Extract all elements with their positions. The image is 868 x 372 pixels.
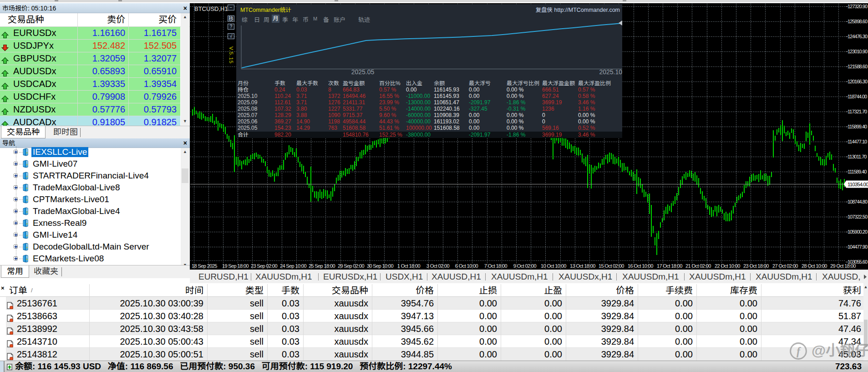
svg-text:7 Oct 18:00: 7 Oct 18:00 — [484, 263, 508, 269]
svg-text:118744.00: 118744.00 — [848, 94, 867, 99]
svg-text:125898.60: 125898.60 — [848, 19, 868, 24]
svg-text:108744.80: 108744.80 — [848, 199, 868, 204]
svg-text:124476.30: 124476.30 — [848, 34, 868, 39]
svg-text:15 Oct 02:00: 15 Oct 02:00 — [599, 263, 624, 269]
svg-text:9 Oct 02:00: 9 Oct 02:00 — [513, 263, 537, 269]
svg-text:110354.00: 110354.00 — [848, 182, 868, 187]
svg-text:117321.70: 117321.70 — [848, 109, 867, 114]
svg-text:120166.30: 120166.30 — [848, 79, 868, 84]
svg-text:13 Oct 18:00: 13 Oct 18:00 — [570, 263, 595, 269]
svg-text:29 Oct 18:00: 29 Oct 18:00 — [830, 263, 856, 269]
svg-text:25 Sep 18:00: 25 Sep 18:00 — [309, 263, 335, 269]
svg-text:123010.90: 123010.90 — [848, 49, 868, 54]
svg-text:107322.50: 107322.50 — [848, 214, 868, 219]
svg-text:21 Oct 02:00: 21 Oct 02:00 — [685, 263, 711, 269]
svg-text:28 Oct 10:00: 28 Oct 10:00 — [802, 263, 827, 269]
svg-text:10 Oct 10:00: 10 Oct 10:00 — [541, 263, 566, 269]
svg-text:24 Sep 10:00: 24 Sep 10:00 — [280, 263, 307, 269]
svg-text:6 Oct 10:00: 6 Oct 10:00 — [455, 263, 478, 269]
svg-text:18 Sep 2025: 18 Sep 2025 — [192, 263, 217, 269]
svg-text:113011.70: 113011.70 — [848, 154, 867, 159]
svg-text:115899.40: 115899.40 — [848, 124, 867, 129]
svg-text:111589.40: 111589.40 — [848, 169, 867, 174]
svg-text:2025.10: 2025.10 — [599, 68, 622, 76]
svg-text:3 Oct 02:00: 3 Oct 02:00 — [426, 263, 450, 269]
svg-text:29 Sep 02:00: 29 Sep 02:00 — [338, 263, 365, 269]
svg-text:30 Sep 10:00: 30 Sep 10:00 — [367, 263, 394, 269]
svg-text:BTCUSD,H1: BTCUSD,H1 — [194, 5, 228, 12]
svg-text:17 Oct 18:00: 17 Oct 18:00 — [657, 263, 682, 269]
svg-text:23 Sep 02:00: 23 Sep 02:00 — [251, 263, 278, 269]
svg-text:127320.90: 127320.90 — [848, 4, 868, 9]
svg-text:114477.10: 114477.10 — [848, 139, 867, 144]
svg-text:22 Oct 10:00: 22 Oct 10:00 — [715, 263, 740, 269]
svg-text:105900.20: 105900.20 — [848, 229, 868, 234]
svg-text:121588.60: 121588.60 — [848, 64, 868, 69]
svg-text:104477.90: 104477.90 — [848, 244, 868, 250]
svg-text:f: f — [797, 345, 802, 357]
svg-text:27 Oct 02:00: 27 Oct 02:00 — [772, 263, 798, 269]
svg-text:19 Sep 18:00: 19 Sep 18:00 — [222, 263, 249, 269]
svg-text:23 Oct 18:00: 23 Oct 18:00 — [743, 263, 769, 269]
svg-text:2025.05: 2025.05 — [351, 68, 375, 76]
svg-text:16 Oct 10:00: 16 Oct 10:00 — [628, 263, 653, 269]
svg-text:1 Oct 18:00: 1 Oct 18:00 — [397, 263, 421, 269]
